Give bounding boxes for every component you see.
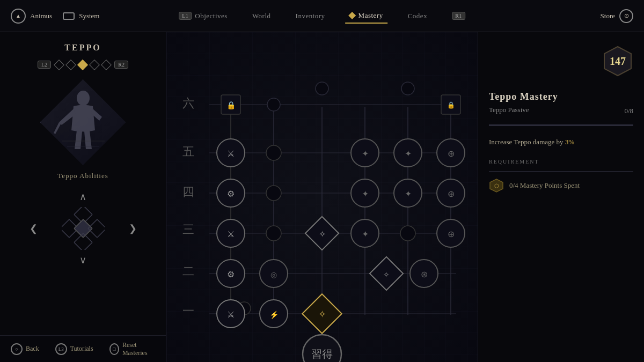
- svg-text:⊕: ⊕: [448, 149, 455, 158]
- character-nav-up[interactable]: ∧: [79, 191, 86, 203]
- back-button[interactable]: ○ Back: [11, 343, 39, 355]
- mastery-description: Increase Teppo damage by 3%: [489, 137, 633, 148]
- skill-node-5-2: [266, 145, 281, 160]
- objectives-label: Objectives: [195, 12, 228, 20]
- kanji-2: 二: [182, 264, 194, 278]
- character-label: Teppo Abilities: [57, 172, 108, 180]
- requirement-label: REQUIREMENT: [489, 159, 633, 165]
- tutorials-label: Tutorials: [70, 345, 93, 353]
- svg-text:⊕: ⊕: [448, 189, 455, 198]
- character-name: TEPPO: [64, 43, 101, 53]
- skill-node-6-4: [401, 82, 414, 95]
- svg-text:🔒: 🔒: [447, 101, 455, 109]
- nav-objectives[interactable]: L1 Objectives: [174, 9, 232, 23]
- reset-button[interactable]: □ Reset Masteries: [109, 341, 155, 357]
- nav-inventory[interactable]: Inventory: [291, 9, 330, 23]
- kanji-5: 五: [182, 145, 194, 158]
- svg-text:🔒: 🔒: [226, 101, 236, 110]
- desc-prefix: Increase Teppo damage by: [489, 138, 565, 146]
- animus-logo[interactable]: ▲ Animus: [11, 9, 52, 24]
- skill-node-2-diamond: ✧: [370, 257, 403, 290]
- reset-icon: □: [109, 343, 119, 355]
- skill-node-3-5: [400, 226, 415, 241]
- dot-5: [101, 60, 112, 70]
- svg-text:✦: ✦: [405, 189, 412, 198]
- mastery-dots-row: L2 R2: [38, 61, 128, 69]
- requirement-text: 0/4 Mastery Points Spent: [509, 181, 580, 190]
- animus-label: Animus: [30, 12, 52, 20]
- svg-point-0: [77, 91, 90, 106]
- mastery-count-badge: 147: [602, 46, 633, 77]
- reset-label: Reset Masteries: [122, 341, 155, 357]
- mastery-count-value: 147: [610, 55, 626, 68]
- character-nav-down[interactable]: ∨: [79, 254, 86, 266]
- svg-text:⚙: ⚙: [227, 270, 235, 279]
- svg-text:◎: ◎: [270, 271, 277, 279]
- svg-text:✦: ✦: [362, 230, 369, 239]
- l1-tag: L1: [179, 12, 192, 20]
- system-menu[interactable]: System: [63, 12, 99, 20]
- character-nav-right[interactable]: ❯: [129, 223, 137, 234]
- svg-rect-5: [74, 219, 92, 238]
- nav-codex[interactable]: Codex: [404, 9, 431, 23]
- svg-text:✦: ✦: [362, 149, 369, 158]
- system-label: System: [79, 12, 99, 20]
- desc-value: 3%: [565, 138, 574, 146]
- nav-world[interactable]: World: [248, 9, 275, 23]
- inventory-label: Inventory: [296, 12, 325, 20]
- nav-left: ▲ Animus System: [11, 9, 99, 24]
- back-label: Back: [26, 345, 39, 353]
- mastery-diamond-icon: [349, 11, 356, 19]
- nav-right: Store ⊙: [601, 9, 633, 23]
- mastery-label: Mastery: [358, 11, 383, 20]
- tutorials-button[interactable]: L3 Tutorials: [55, 343, 93, 355]
- skill-node-1-active: ✧: [302, 294, 342, 334]
- dot-3: [77, 60, 88, 70]
- skill-node-3-diamond: ✧: [305, 217, 339, 250]
- requirement-item: ⬡ 0/4 Mastery Points Spent: [489, 178, 633, 193]
- dot-1: [54, 60, 64, 70]
- nav-diamond-grid: [62, 207, 105, 250]
- store-label[interactable]: Store: [601, 12, 615, 20]
- svg-text:✧: ✧: [319, 230, 326, 239]
- svg-text:⚔: ⚔: [227, 230, 235, 239]
- svg-text:✧: ✧: [383, 271, 390, 279]
- svg-text:⊕: ⊕: [448, 230, 455, 239]
- skill-node-3-2: [266, 226, 281, 241]
- character-nav-horizontal: ❮ ❯: [30, 207, 137, 250]
- mastery-progress-row: Teppo Passive 0/8: [489, 106, 633, 116]
- kanji-3: 三: [182, 223, 194, 236]
- svg-text:⬡: ⬡: [494, 183, 499, 189]
- nav-mastery[interactable]: Mastery: [346, 9, 387, 24]
- character-nav-left[interactable]: ❮: [30, 223, 38, 234]
- dot-4: [89, 60, 100, 70]
- divider: [489, 171, 633, 172]
- skill-node-6-1: 🔒: [221, 95, 240, 114]
- nav-bar: ▲ Animus System L1 Objectives World Inve…: [0, 0, 644, 32]
- left-panel: TEPPO L2 R2: [0, 32, 166, 362]
- main-content: TEPPO L2 R2: [0, 32, 644, 362]
- svg-text:⊛: ⊛: [421, 270, 428, 279]
- svg-text:⚡: ⚡: [269, 311, 279, 320]
- svg-text:⚙: ⚙: [227, 189, 235, 198]
- right-panel: 147 Teppo Mastery Teppo Passive 0/8 Incr…: [478, 32, 644, 362]
- dot-2: [65, 60, 76, 70]
- nav-center: L1 Objectives World Inventory Mastery Co…: [174, 9, 470, 24]
- animus-icon: ▲: [11, 9, 26, 24]
- mastery-progress-value: 0/8: [624, 107, 633, 115]
- back-icon: ○: [11, 343, 23, 355]
- kanji-1: 一: [182, 304, 194, 317]
- mastery-panel-title: Teppo Mastery: [489, 91, 633, 102]
- store-icon[interactable]: ⊙: [619, 9, 633, 23]
- character-portrait: [40, 79, 126, 165]
- r2-tag: R2: [114, 61, 128, 69]
- kanji-4: 四: [182, 185, 194, 198]
- svg-text:⚔: ⚔: [227, 310, 235, 319]
- l2-tag: L2: [38, 61, 51, 69]
- world-label: World: [252, 12, 271, 20]
- mastery-progress-bar: [489, 124, 633, 126]
- tutorials-icon: L3: [55, 343, 67, 355]
- codex-label: Codex: [408, 12, 427, 20]
- nav-r1[interactable]: R1: [448, 9, 470, 23]
- mastery-passive-label: Teppo Passive: [489, 106, 529, 114]
